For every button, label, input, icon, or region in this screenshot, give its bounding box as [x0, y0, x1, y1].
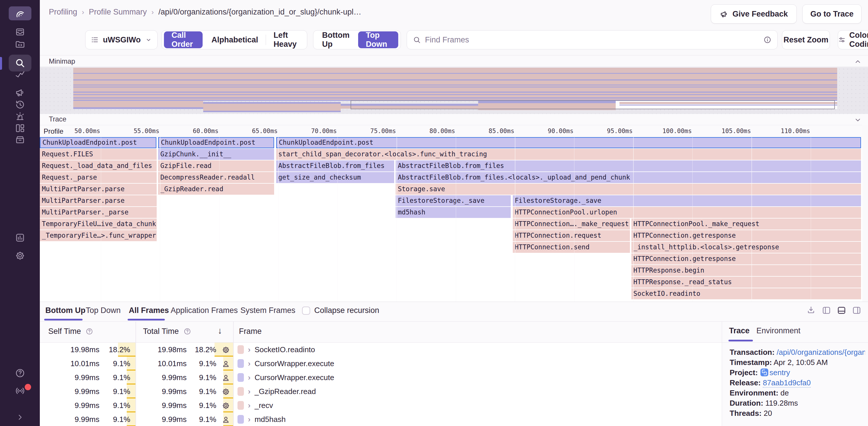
sort-alphabetical[interactable]: Alphabetical	[204, 31, 266, 49]
sidebar-item-alerts-siren[interactable]	[0, 111, 40, 122]
detail-link[interactable]: /api/0/organizations/{organ…	[777, 348, 865, 357]
sidebar-item-releases-archive[interactable]	[0, 135, 40, 145]
expand-chevron-icon[interactable]: ›	[248, 373, 251, 382]
time-ruler[interactable]: Profile 50.00ms55.00ms60.00ms65.00ms70.0…	[40, 125, 862, 137]
flame-frame[interactable]: md5hash	[396, 207, 511, 218]
panel-tab-environment[interactable]: Environment	[756, 326, 801, 335]
collapse-minimap-icon[interactable]	[854, 58, 862, 65]
minimap-viewport[interactable]	[350, 100, 835, 109]
collapse-recursion-checkbox[interactable]	[302, 306, 310, 315]
flame-frame[interactable]: DecompressReader.readall	[158, 172, 274, 183]
collapse-trace-icon[interactable]	[854, 116, 862, 124]
sidebar-item-sentry-logo[interactable]	[0, 6, 40, 20]
minimap[interactable]	[40, 67, 868, 114]
info-icon[interactable]	[763, 36, 772, 44]
give-feedback-button[interactable]: Give Feedback	[711, 4, 797, 24]
table-row[interactable]: 9.99ms9.1%9.99ms9.1%›CursorWrapper.execu…	[40, 370, 722, 385]
flame-frame[interactable]: HTTPConnection.getresponse	[631, 230, 861, 241]
direction-top-down[interactable]: Top Down	[358, 31, 398, 48]
tab-top-down[interactable]: Top Down	[86, 306, 121, 315]
flame-frame[interactable]: SocketIO.readinto	[631, 288, 861, 299]
find-frames-search[interactable]: Find Frames	[407, 30, 778, 50]
sort-left-heavy[interactable]: Left Heavy	[266, 31, 306, 49]
sidebar-item-help[interactable]	[0, 368, 40, 378]
layout-sidebar-left-icon[interactable]	[822, 305, 831, 315]
frame-cell[interactable]: ›md5hash	[238, 412, 722, 426]
frame-cell[interactable]: ›SocketIO.readinto	[238, 342, 722, 357]
flame-graph[interactable]: ChunkUploadEndpoint.postChunkUploadEndpo…	[40, 137, 862, 302]
table-row[interactable]: 9.99ms9.1%9.99ms9.1%›_recv	[40, 398, 722, 412]
frame-cell[interactable]: ›_recv	[238, 398, 722, 412]
frame-cell[interactable]: ›_GzipReader.read	[238, 385, 722, 398]
flame-frame[interactable]: ChunkUploadEndpoint.post	[40, 137, 156, 148]
flame-frame[interactable]: Request._parse	[40, 172, 157, 183]
minimap-flame-graph[interactable]	[73, 67, 837, 114]
sidebar-item-projects[interactable]	[0, 39, 40, 50]
layout-split-horizontal-icon[interactable]	[837, 305, 846, 315]
thread-selector-dropdown[interactable]: uWSGIWor…	[85, 30, 158, 50]
frame-cell[interactable]: ›CursorWrapper.execute	[238, 370, 722, 385]
layout-sidebar-right-icon[interactable]	[852, 305, 862, 315]
flame-frame[interactable]: ChunkUploadEndpoint.post	[276, 137, 861, 148]
sidebar-item-replays-history[interactable]	[0, 99, 40, 110]
detail-link[interactable]: 87aab1d9cfa0	[763, 378, 811, 388]
flame-frame[interactable]: HTTPConnection.send	[513, 242, 630, 253]
flame-frame[interactable]: Storage.save	[396, 184, 861, 195]
flame-frame[interactable]: HTTPConnection.request	[513, 230, 630, 241]
flame-frame[interactable]: get_size_and_checksum	[276, 172, 394, 183]
panel-tab-trace[interactable]: Trace	[729, 326, 750, 335]
expand-chevron-icon[interactable]: ›	[248, 415, 251, 424]
reset-zoom-button[interactable]: Reset Zoom	[782, 30, 830, 50]
flame-frame[interactable]: AbstractFileBlob.from_files.<locals>._up…	[396, 172, 861, 183]
breadcrumb-profile-summary[interactable]: Profile Summary	[89, 7, 147, 17]
flame-frame[interactable]: Request._load_data_and_files	[40, 160, 157, 171]
sidebar-item-whats-new-broadcast[interactable]	[0, 386, 40, 396]
sidebar-item-issues[interactable]	[0, 27, 40, 37]
flame-frame[interactable]: FilestoreStorage._save	[396, 195, 511, 206]
flame-frame[interactable]: HTTPConnectionPool.urlopen	[513, 207, 861, 218]
direction-bottom-up[interactable]: Bottom Up	[314, 31, 357, 49]
expand-chevron-icon[interactable]: ›	[248, 359, 251, 368]
tab-bottom-up[interactable]: Bottom Up	[45, 306, 86, 315]
detail-link[interactable]: sentry	[770, 368, 790, 377]
flame-frame[interactable]: GzipFile.read	[158, 160, 274, 171]
flame-frame[interactable]: AbstractFileBlob.from_files	[276, 160, 394, 171]
color-coding-dropdown[interactable]: Color Coding	[838, 30, 868, 50]
sidebar-item-feedback-megaphone[interactable]	[0, 87, 40, 98]
flame-frame[interactable]: HTTPConnectionPool._make_request	[631, 219, 861, 230]
flame-frame[interactable]: GzipChunk.__init__	[158, 149, 274, 160]
sidebar-item-stats-chart[interactable]	[0, 232, 40, 243]
expand-chevron-icon[interactable]: ›	[248, 387, 251, 396]
flame-frame[interactable]: HTTPResponse.begin	[631, 265, 861, 276]
expand-chevron-icon[interactable]: ›	[248, 345, 251, 354]
flame-frame[interactable]: ChunkUploadEndpoint.post	[158, 137, 274, 148]
table-row[interactable]: 9.99ms9.1%9.99ms9.1%›_GzipReader.read	[40, 385, 722, 398]
flame-frame[interactable]: MultiPartParser.parse	[40, 195, 157, 206]
flame-frame[interactable]: FilestoreStorage._save	[513, 195, 861, 206]
sidebar-item-insights-trends[interactable]	[0, 70, 40, 80]
sort-arrow-icon[interactable]: ↓	[218, 326, 222, 336]
flame-frame[interactable]: MultiPartParser._parse	[40, 207, 157, 218]
sidebar-item-collapse-chevron[interactable]	[0, 413, 40, 422]
sort-call-order[interactable]: Call Order	[164, 31, 203, 48]
table-row[interactable]: 9.99ms9.1%9.99ms9.1%›md5hash	[40, 412, 722, 426]
flame-frame[interactable]: HTTPConnection.getresponse	[631, 253, 861, 264]
col-self-time[interactable]: Self Time	[48, 327, 93, 336]
flame-frame[interactable]: HTTPConnection…._make_request	[513, 219, 630, 230]
tab-system-frames[interactable]: System Frames	[240, 306, 295, 315]
flame-frame[interactable]: _install_httplib.<locals>.getresponse	[631, 242, 861, 253]
frame-cell[interactable]: ›CursorWrapper.execute	[238, 357, 722, 370]
table-row[interactable]: 10.01ms9.1%10.01ms9.1%›CursorWrapper.exe…	[40, 357, 722, 370]
table-row[interactable]: 19.98ms18.2%19.98ms18.2%›SocketIO.readin…	[40, 342, 722, 357]
flame-frame[interactable]: Request.FILES	[40, 149, 157, 160]
breadcrumb-profiling[interactable]: Profiling	[49, 7, 77, 17]
col-total-time[interactable]: Total Time	[143, 327, 191, 336]
flame-frame[interactable]: HTTPResponse._read_status	[631, 276, 861, 288]
sidebar-item-settings-gear[interactable]	[0, 251, 40, 261]
download-icon[interactable]	[806, 305, 816, 315]
expand-chevron-icon[interactable]: ›	[248, 401, 251, 410]
flame-frame[interactable]: start_child_span_decorator.<locals>.func…	[276, 149, 861, 160]
flame-frame[interactable]: _TemporaryFile…>.func_wrapper	[40, 230, 157, 241]
flame-frame[interactable]: AbstractFileBlob.from_files	[396, 160, 861, 171]
go-to-trace-button[interactable]: Go to Trace	[802, 4, 862, 24]
